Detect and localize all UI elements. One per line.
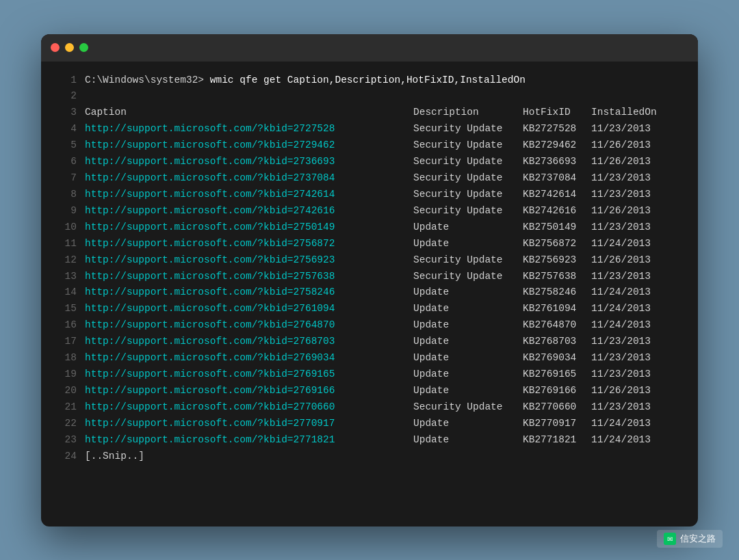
terminal-line: 4http://support.microsoft.com/?kbid=2727… bbox=[57, 121, 682, 137]
terminal-line: 21http://support.microsoft.com/?kbid=277… bbox=[57, 399, 682, 416]
line-number: 7 bbox=[57, 170, 77, 187]
terminal-line: 3CaptionDescriptionHotFixIDInstalledOn bbox=[57, 105, 682, 121]
installed-cell: 11/23/2013 bbox=[591, 269, 651, 285]
desc-cell: Update bbox=[413, 219, 523, 236]
url-cell: http://support.microsoft.com/?kbid=27426… bbox=[85, 203, 413, 219]
installed-cell: 11/23/2013 bbox=[591, 121, 651, 137]
desc-cell: Update bbox=[413, 236, 523, 252]
line-number: 4 bbox=[57, 121, 77, 137]
minimize-button[interactable] bbox=[65, 43, 74, 52]
installed-cell: 11/26/2013 bbox=[591, 203, 651, 219]
line-number: 5 bbox=[57, 137, 77, 154]
terminal-line: 24[..Snip..] bbox=[57, 449, 682, 465]
close-button[interactable] bbox=[51, 43, 60, 52]
installed-cell: 11/26/2013 bbox=[591, 137, 651, 154]
line-number: 20 bbox=[57, 383, 77, 399]
wechat-icon: ✉ bbox=[664, 533, 676, 545]
terminal-line: 8http://support.microsoft.com/?kbid=2742… bbox=[57, 187, 682, 203]
hotfix-cell: KB2756872 bbox=[523, 236, 591, 252]
installed-cell: 11/26/2013 bbox=[591, 383, 651, 399]
desc-cell: Update bbox=[413, 432, 523, 449]
data-row: http://support.microsoft.com/?kbid=27582… bbox=[85, 284, 651, 301]
line-number: 15 bbox=[57, 301, 77, 317]
data-row: http://support.microsoft.com/?kbid=27366… bbox=[85, 154, 651, 170]
terminal-line: 16http://support.microsoft.com/?kbid=276… bbox=[57, 317, 682, 334]
terminal-body: 1C:\Windows\system32> wmic qfe get Capti… bbox=[41, 62, 698, 481]
line-number: 14 bbox=[57, 284, 77, 301]
prompt: C:\Windows\system32> bbox=[85, 75, 210, 85]
desc-cell: Security Update bbox=[413, 203, 523, 219]
data-row: http://support.microsoft.com/?kbid=27706… bbox=[85, 399, 651, 416]
header-installed: InstalledOn bbox=[591, 105, 657, 121]
terminal-line: 11http://support.microsoft.com/?kbid=275… bbox=[57, 236, 682, 252]
data-row: http://support.microsoft.com/?kbid=27294… bbox=[85, 137, 651, 154]
header-caption: Caption bbox=[85, 105, 413, 121]
terminal-line: 14http://support.microsoft.com/?kbid=275… bbox=[57, 284, 682, 301]
hotfix-cell: KB2769166 bbox=[523, 383, 591, 399]
hotfix-cell: KB2729462 bbox=[523, 137, 591, 154]
installed-cell: 11/23/2013 bbox=[591, 187, 651, 203]
desc-cell: Security Update bbox=[413, 154, 523, 170]
desc-cell: Security Update bbox=[413, 170, 523, 187]
installed-cell: 11/23/2013 bbox=[591, 399, 651, 416]
desc-cell: Update bbox=[413, 383, 523, 399]
titlebar bbox=[41, 34, 698, 62]
header-row: CaptionDescriptionHotFixIDInstalledOn bbox=[85, 105, 657, 121]
line-number: 2 bbox=[57, 88, 77, 105]
data-row: http://support.microsoft.com/?kbid=27501… bbox=[85, 219, 651, 236]
line-number: 6 bbox=[57, 154, 77, 170]
data-row: http://support.microsoft.com/?kbid=27690… bbox=[85, 350, 651, 366]
data-row: http://support.microsoft.com/?kbid=27691… bbox=[85, 366, 651, 383]
maximize-button[interactable] bbox=[79, 43, 88, 52]
desc-cell: Security Update bbox=[413, 399, 523, 416]
hotfix-cell: KB2771821 bbox=[523, 432, 591, 449]
url-cell: http://support.microsoft.com/?kbid=27690… bbox=[85, 350, 413, 366]
installed-cell: 11/24/2013 bbox=[591, 236, 651, 252]
line-number: 23 bbox=[57, 432, 77, 449]
line-number: 3 bbox=[57, 105, 77, 121]
hotfix-cell: KB2770660 bbox=[523, 399, 591, 416]
data-row: http://support.microsoft.com/?kbid=27426… bbox=[85, 187, 651, 203]
installed-cell: 11/24/2013 bbox=[591, 284, 651, 301]
line-number: 13 bbox=[57, 269, 77, 285]
header-desc: Description bbox=[413, 105, 523, 121]
terminal-line: 13http://support.microsoft.com/?kbid=275… bbox=[57, 269, 682, 285]
url-cell: http://support.microsoft.com/?kbid=27687… bbox=[85, 334, 413, 350]
installed-cell: 11/23/2013 bbox=[591, 170, 651, 187]
line-number: 24 bbox=[57, 449, 77, 465]
installed-cell: 11/23/2013 bbox=[591, 350, 651, 366]
terminal-line: 5http://support.microsoft.com/?kbid=2729… bbox=[57, 137, 682, 154]
hotfix-cell: KB2757638 bbox=[523, 269, 591, 285]
data-row: http://support.microsoft.com/?kbid=27610… bbox=[85, 301, 651, 317]
desc-cell: Security Update bbox=[413, 137, 523, 154]
url-cell: http://support.microsoft.com/?kbid=27610… bbox=[85, 301, 413, 317]
terminal-line: 6http://support.microsoft.com/?kbid=2736… bbox=[57, 154, 682, 170]
url-cell: http://support.microsoft.com/?kbid=27718… bbox=[85, 432, 413, 449]
line-number: 19 bbox=[57, 366, 77, 383]
url-cell: http://support.microsoft.com/?kbid=27426… bbox=[85, 187, 413, 203]
url-cell: http://support.microsoft.com/?kbid=27370… bbox=[85, 170, 413, 187]
hotfix-cell: KB2769034 bbox=[523, 350, 591, 366]
data-row: http://support.microsoft.com/?kbid=27691… bbox=[85, 383, 651, 399]
data-row: http://support.microsoft.com/?kbid=27569… bbox=[85, 252, 651, 269]
desc-cell: Update bbox=[413, 284, 523, 301]
terminal-line: 17http://support.microsoft.com/?kbid=276… bbox=[57, 334, 682, 350]
terminal-line: 10http://support.microsoft.com/?kbid=275… bbox=[57, 219, 682, 236]
hotfix-cell: KB2742614 bbox=[523, 187, 591, 203]
hotfix-cell: KB2756923 bbox=[523, 252, 591, 269]
installed-cell: 11/26/2013 bbox=[591, 154, 651, 170]
line-number: 16 bbox=[57, 317, 77, 334]
url-cell: http://support.microsoft.com/?kbid=27691… bbox=[85, 383, 413, 399]
data-row: http://support.microsoft.com/?kbid=27718… bbox=[85, 432, 651, 449]
hotfix-cell: KB2770917 bbox=[523, 416, 591, 432]
url-cell: http://support.microsoft.com/?kbid=27582… bbox=[85, 284, 413, 301]
installed-cell: 11/24/2013 bbox=[591, 301, 651, 317]
hotfix-cell: KB2742616 bbox=[523, 203, 591, 219]
line-number: 9 bbox=[57, 203, 77, 219]
installed-cell: 11/24/2013 bbox=[591, 317, 651, 334]
hotfix-cell: KB2737084 bbox=[523, 170, 591, 187]
watermark: ✉ 信安之路 bbox=[657, 530, 723, 548]
command-text: wmic qfe get Caption,Description,HotFixI… bbox=[210, 75, 526, 85]
hotfix-cell: KB2761094 bbox=[523, 301, 591, 317]
url-cell: http://support.microsoft.com/?kbid=27576… bbox=[85, 269, 413, 285]
